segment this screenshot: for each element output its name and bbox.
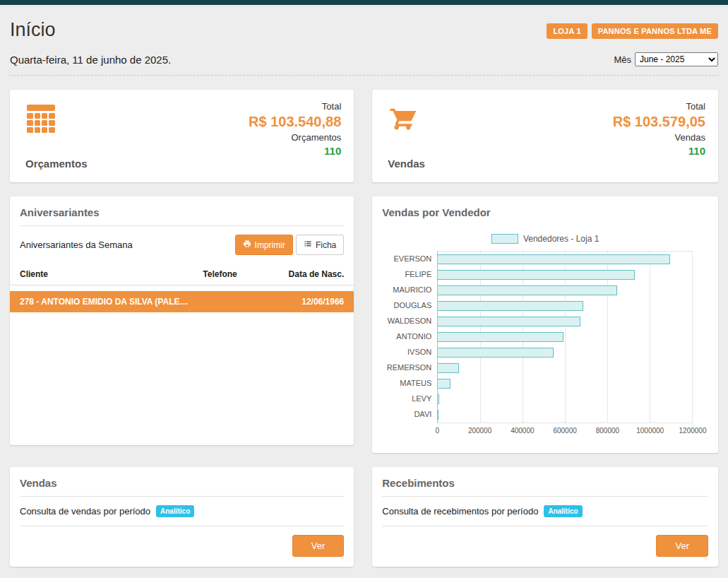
chart-category-label: MATEUS (382, 375, 437, 391)
col-telefone: Telefone (203, 269, 280, 279)
vendas-por-vendedor-card: Vendas por Vendedor Vendedores - Loja 1 … (372, 196, 718, 453)
recebimentos-report-desc: Consulta de recebimentos por período (382, 506, 538, 517)
gridline (692, 252, 693, 423)
chart-title: Vendas por Vendedor (382, 206, 708, 218)
vendas-summary-card: Vendas Total R$ 103.579,05 Vendas 110 (372, 90, 718, 182)
orcamentos-card-label: Orçamentos (25, 158, 88, 170)
birthdays-table-header: Cliente Telefone Data de Nasc. (10, 258, 354, 285)
row-cliente: 278 - ANTONIO EMIDIO DA SILVA (PALE… (20, 297, 188, 307)
chart-category-label: WALDESON (382, 313, 437, 329)
chart-category-label: DAVI (382, 406, 437, 422)
chart-bar-ivson (438, 348, 553, 358)
vendas-total-label: Total (613, 101, 705, 112)
vendas-count-label: Vendas (613, 132, 705, 143)
chart-bar-levy (438, 394, 439, 404)
chart-bar-remerson (438, 363, 458, 373)
legend-label: Vendedores - Loja 1 (523, 234, 599, 244)
chart-category-label: ANTONIO (382, 329, 437, 344)
orcamentos-total-label: Total (249, 101, 341, 112)
x-tick-label: 1000000 (636, 427, 664, 435)
orcamentos-summary-card: Orçamentos Total R$ 103.540,88 Orçamento… (10, 90, 354, 182)
vendas-report-card: Vendas Consulta de vendas por período An… (10, 467, 354, 567)
aniversariantes-subtitle: Aniversariantes da Semana (20, 240, 133, 250)
recebimentos-report-card: Recebimentos Consulta de recebimentos po… (372, 467, 718, 567)
orcamentos-count-value: 110 (249, 145, 341, 157)
month-select[interactable]: June - 2025 (635, 52, 718, 66)
analitico-badge: Analítico (156, 505, 194, 517)
chart-labels: EVERSONFELIPEMAURICIODOUGLASWALDESONANTO… (382, 251, 437, 423)
top-accent-bar (0, 0, 728, 5)
list-icon (304, 240, 312, 250)
x-tick-label: 600000 (553, 427, 576, 435)
header-badges: LOJA 1 PANNOS E PANNOS LTDA ME (547, 23, 718, 39)
x-tick-label: 800000 (596, 427, 619, 435)
legend-swatch (491, 234, 518, 244)
printer-icon (243, 240, 251, 250)
vendas-total-value: R$ 103.579,05 (613, 114, 705, 130)
imprimir-label: Imprimir (255, 240, 285, 250)
page-title: Início (10, 19, 56, 41)
cart-icon (388, 104, 419, 134)
ficha-label: Ficha (316, 240, 336, 250)
vendas-report-desc: Consulta de vendas por período (20, 506, 150, 517)
chart-category-label: MAURICIO (382, 282, 437, 297)
ficha-button[interactable]: Ficha (296, 235, 344, 255)
x-tick-label: 0 (436, 427, 440, 435)
analitico-badge: Analítico (544, 505, 582, 517)
chart-legend: Vendedores - Loja 1 (382, 234, 708, 244)
vendas-card-label: Vendas (388, 158, 425, 170)
chart-bar-mateus (438, 379, 450, 389)
table-row[interactable]: 278 - ANTONIO EMIDIO DA SILVA (PALE… 12/… (10, 291, 354, 312)
chart-category-label: REMERSON (382, 360, 437, 375)
ver-recebimentos-button[interactable]: Ver (656, 535, 708, 557)
x-tick-label: 400000 (511, 427, 534, 435)
dashboard-page: Início LOJA 1 PANNOS E PANNOS LTDA ME Qu… (0, 5, 728, 577)
vendas-count-value: 110 (613, 145, 705, 157)
chart-bar-mauricio (438, 285, 616, 295)
chart-bar-antonio (438, 332, 563, 342)
month-label: Mês (614, 54, 631, 65)
recebimentos-report-title: Recebimentos (382, 477, 708, 489)
row-data-nasc: 12/06/1966 (302, 297, 344, 307)
chart-category-label: LEVY (382, 391, 437, 406)
orcamentos-total-value: R$ 103.540,88 (249, 114, 341, 130)
chart-bar-waldeson (438, 317, 580, 326)
current-date: Quarta-feira, 11 de junho de 2025. (10, 54, 171, 66)
chart-bar-felipe (438, 270, 635, 280)
vendedores-chart: EVERSONFELIPEMAURICIODOUGLASWALDESONANTO… (382, 251, 708, 423)
vendas-report-title: Vendas (20, 477, 344, 489)
company-badge[interactable]: PANNOS E PANNOS LTDA ME (592, 23, 718, 39)
chart-category-label: FELIPE (382, 266, 437, 282)
store-badge[interactable]: LOJA 1 (547, 23, 587, 39)
chart-category-label: IVSON (382, 344, 437, 360)
chart-x-axis: 020000040000060000080000010000001200000 (437, 423, 693, 436)
chart-bar-davi (438, 410, 438, 420)
col-cliente: Cliente (20, 269, 203, 279)
ver-vendas-button[interactable]: Ver (292, 535, 345, 557)
orcamentos-count-label: Orçamentos (249, 132, 341, 143)
imprimir-button[interactable]: Imprimir (235, 235, 293, 255)
calculator-icon (25, 104, 56, 134)
aniversariantes-title: Aniversariantes (20, 206, 344, 218)
x-tick-label: 200000 (468, 427, 491, 435)
col-data-nasc: Data de Nasc. (280, 269, 344, 279)
chart-plot (437, 251, 693, 423)
chart-category-label: EVERSON (382, 251, 437, 266)
aniversariantes-card: Aniversariantes Aniversariantes da Seman… (10, 196, 354, 445)
chart-category-label: DOUGLAS (382, 297, 437, 313)
chart-bar-everson (438, 254, 669, 264)
x-tick-label: 1200000 (679, 427, 707, 435)
chart-bar-douglas (438, 301, 583, 311)
